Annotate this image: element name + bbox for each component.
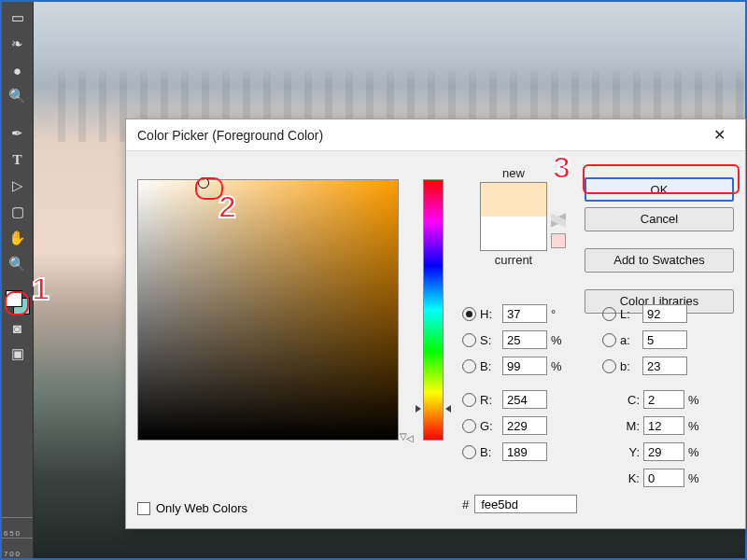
hand-tool-icon[interactable]: ✋ <box>6 226 30 250</box>
tool-strip: ▭ ❧ ● 🔍 ✒ T ▷ ▢ ✋ 🔍 ◙ ▣ 6 5 0 7 0 0 <box>2 2 34 558</box>
l-radio[interactable] <box>602 307 616 321</box>
pen-tool-icon[interactable]: ✒ <box>6 121 30 146</box>
path-select-tool-icon[interactable]: ▷ <box>6 174 30 198</box>
new-color[interactable] <box>481 183 546 217</box>
g-row: G: <box>462 413 602 439</box>
eyedropper-tool-icon[interactable]: ❧ <box>6 32 30 56</box>
web-colors-row: Only Web Colors <box>137 501 247 515</box>
y-row: Y: % <box>621 439 705 465</box>
g-radio[interactable] <box>462 419 476 433</box>
k-field[interactable] <box>643 469 684 487</box>
separator <box>6 110 30 119</box>
y-unit: % <box>688 445 705 459</box>
k-unit: % <box>688 471 705 485</box>
gamut-warning-icon[interactable] <box>551 211 566 226</box>
s-radio[interactable] <box>462 333 476 347</box>
chevron-right-icon: ◁ <box>406 433 414 443</box>
add-to-swatches-button[interactable]: Add to Swatches <box>585 248 734 273</box>
r-field[interactable] <box>502 390 547 409</box>
r-label: R: <box>480 393 499 407</box>
annotation-1: 1 <box>32 271 49 307</box>
value-grid: H: ° S: % B: % <box>462 301 734 465</box>
m-field[interactable] <box>643 416 684 435</box>
quickmask-tool-icon[interactable]: ◙ <box>6 315 30 340</box>
type-tool-icon[interactable]: T <box>6 147 30 172</box>
b-hsb-unit: % <box>551 359 568 373</box>
c-unit: % <box>688 393 705 407</box>
hex-prefix: # <box>462 497 469 511</box>
web-colors-checkbox[interactable] <box>137 502 150 515</box>
b-hsb-label: B: <box>480 359 499 373</box>
b-rgb-radio[interactable] <box>462 445 476 459</box>
hex-field[interactable] <box>474 495 577 513</box>
new-label: new <box>462 166 565 180</box>
s-unit: % <box>551 333 568 347</box>
hex-row: # <box>462 495 577 513</box>
b-rgb-label: B: <box>480 445 499 459</box>
b-lab-radio[interactable] <box>602 359 616 373</box>
k-row: K: % <box>621 465 705 491</box>
hue-slider[interactable] <box>423 179 444 441</box>
a-radio[interactable] <box>602 333 616 347</box>
ruler-tick: 6 5 0 <box>2 517 33 538</box>
c-label: C: <box>621 393 640 407</box>
b-hsb-field[interactable] <box>502 357 547 375</box>
web-colors-label: Only Web Colors <box>156 501 247 515</box>
h-unit: ° <box>551 307 568 321</box>
ok-button[interactable]: OK <box>585 177 734 202</box>
screenmode-tool-icon[interactable]: ▣ <box>6 342 30 366</box>
blur-tool-icon[interactable]: ● <box>6 58 30 82</box>
y-field[interactable] <box>643 442 684 461</box>
spacer <box>585 278 734 284</box>
vertical-ruler: 6 5 0 7 0 0 <box>2 375 33 558</box>
s-row: S: % <box>462 327 602 353</box>
color-picker-dialog: Color Picker (Foreground Color) ✕ ▽ ◁ ne… <box>125 119 746 529</box>
gamut-color-swatch[interactable] <box>551 233 566 248</box>
r-radio[interactable] <box>462 393 476 407</box>
dialog-titlebar[interactable]: Color Picker (Foreground Color) ✕ <box>126 119 745 151</box>
m-label: M: <box>621 419 640 433</box>
y-label: Y: <box>621 445 640 459</box>
brgb-row: B: <box>462 439 602 465</box>
current-label: current <box>462 253 565 267</box>
h-field[interactable] <box>502 304 547 323</box>
s-label: S: <box>480 333 499 347</box>
new-current-swatch: new current <box>462 166 565 267</box>
shape-tool-icon[interactable]: ▢ <box>6 200 30 224</box>
app-canvas: ▭ ❧ ● 🔍 ✒ T ▷ ▢ ✋ 🔍 ◙ ▣ 6 5 0 7 0 0 Colo… <box>0 0 747 560</box>
c-field[interactable] <box>643 390 684 409</box>
magnifier-tool-icon[interactable]: 🔍 <box>6 252 30 276</box>
m-unit: % <box>688 419 705 433</box>
k-label: K: <box>621 471 640 485</box>
spacer <box>585 237 734 243</box>
current-color[interactable] <box>481 217 546 250</box>
s-field[interactable] <box>502 330 547 349</box>
h-radio[interactable] <box>462 307 476 321</box>
dialog-title: Color Picker (Foreground Color) <box>137 128 700 143</box>
h-row: H: ° <box>462 301 602 327</box>
g-field[interactable] <box>502 416 547 435</box>
marquee-tool-icon[interactable]: ▭ <box>6 6 30 30</box>
foreground-background-colors[interactable] <box>5 289 31 315</box>
separator <box>6 278 30 284</box>
c-row: C: % <box>621 386 705 413</box>
r-row: R: <box>462 386 602 413</box>
b-rgb-field[interactable] <box>502 442 547 461</box>
ruler-tick: 7 0 0 <box>2 538 33 558</box>
sv-picker-ring[interactable] <box>198 177 209 189</box>
color-swatch[interactable] <box>480 182 547 251</box>
b-hsb-radio[interactable] <box>462 359 476 373</box>
close-icon[interactable]: ✕ <box>700 122 738 148</box>
foreground-color-swatch[interactable] <box>6 290 22 307</box>
g-label: G: <box>480 419 499 433</box>
cancel-button[interactable]: Cancel <box>585 207 734 231</box>
m-row: M: % <box>621 413 705 439</box>
saturation-brightness-field[interactable] <box>137 179 399 441</box>
zoom-tool-icon[interactable]: 🔍 <box>6 84 30 108</box>
bval-row: B: % <box>462 353 602 379</box>
h-label: H: <box>480 307 499 321</box>
